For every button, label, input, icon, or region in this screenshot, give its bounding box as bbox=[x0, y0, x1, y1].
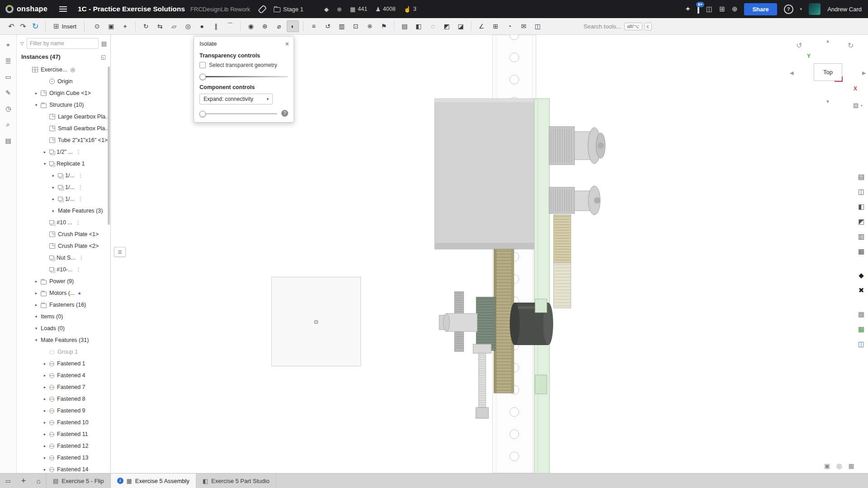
chevron-icon[interactable] bbox=[32, 314, 41, 319]
hex-shaft[interactable] bbox=[439, 313, 477, 332]
planar-icon[interactable]: ▱ bbox=[168, 20, 180, 32]
section-panel-icon[interactable]: ◧ bbox=[858, 202, 864, 212]
insert-button[interactable]: ⊞ Insert bbox=[49, 21, 81, 32]
filter-input[interactable] bbox=[27, 38, 99, 49]
tree-item[interactable]: 1/... bbox=[17, 193, 110, 205]
chevron-icon[interactable] bbox=[40, 444, 49, 448]
tree-item[interactable]: Loads (0) bbox=[17, 322, 110, 334]
mass-properties-icon[interactable]: ⊞ bbox=[489, 20, 502, 32]
app-panel-columns-icon[interactable]: ◫ bbox=[858, 339, 864, 349]
chevron-icon[interactable] bbox=[49, 197, 58, 201]
tree-item[interactable]: Items (0) bbox=[17, 311, 110, 322]
upper-shaft-gear[interactable] bbox=[549, 127, 605, 165]
isolate-dialog[interactable]: Isolate × Transparency controls Select t… bbox=[194, 36, 294, 123]
link-icon[interactable] bbox=[258, 5, 267, 14]
tree-item[interactable]: Fastened 8 bbox=[17, 393, 110, 405]
item-trailing-icon[interactable] bbox=[79, 255, 84, 261]
add-tab-button[interactable]: + bbox=[16, 474, 31, 488]
history-icon[interactable]: ◷ bbox=[5, 105, 11, 112]
separator[interactable] bbox=[471, 21, 471, 31]
view-up-arrow[interactable]: ▲ bbox=[825, 38, 830, 43]
tree-popout-button[interactable]: ☰ bbox=[114, 247, 126, 257]
measure-icon[interactable]: ∠ bbox=[475, 20, 488, 32]
orbit-mode-icon[interactable]: ◎ bbox=[836, 462, 842, 469]
item-trailing-icon[interactable] bbox=[76, 267, 81, 272]
tree-item[interactable]: 1/2" ... bbox=[17, 146, 110, 158]
hide-others-icon[interactable]: ◌ bbox=[427, 20, 439, 32]
app-panel-dark-2-icon[interactable]: ✖ bbox=[859, 285, 864, 295]
circular-pattern-icon[interactable]: ↺ bbox=[322, 20, 334, 32]
section-view-icon[interactable]: ◧ bbox=[413, 20, 425, 32]
thumbs-up-icon[interactable]: ☝ 3 bbox=[403, 6, 416, 13]
transparency-slider[interactable] bbox=[199, 73, 288, 80]
gearbox-plate-green[interactable] bbox=[534, 99, 550, 473]
tree-item[interactable]: 1/... bbox=[17, 181, 110, 193]
hub-gear[interactable] bbox=[476, 297, 495, 351]
globe-icon[interactable]: ⊕ bbox=[337, 6, 342, 13]
item-trailing-icon[interactable] bbox=[78, 291, 81, 296]
view-left-arrow[interactable]: ◀ bbox=[790, 70, 793, 76]
chevron-icon[interactable] bbox=[32, 279, 41, 284]
search-tools[interactable]: Search tools... alt/⌥c bbox=[583, 23, 652, 30]
tree-scrollbar[interactable] bbox=[108, 66, 110, 225]
comment-tool-icon[interactable]: ✉ bbox=[517, 20, 530, 32]
notes-icon[interactable]: ✎ bbox=[5, 89, 11, 96]
app-panel-image-icon[interactable]: ▩ bbox=[858, 309, 864, 319]
chevron-icon[interactable] bbox=[32, 91, 41, 95]
chevron-icon[interactable] bbox=[32, 291, 41, 295]
chevron-icon[interactable] bbox=[49, 185, 58, 190]
chevron-icon[interactable] bbox=[49, 208, 58, 213]
chevron-icon[interactable] bbox=[40, 385, 49, 389]
item-trailing-icon[interactable] bbox=[78, 173, 83, 178]
help-icon[interactable]: ? bbox=[784, 5, 793, 14]
close-icon[interactable]: × bbox=[285, 40, 289, 47]
onshape-logo[interactable]: onshape bbox=[5, 5, 47, 13]
grid-toggle-icon[interactable]: ▦ bbox=[848, 462, 854, 469]
bolt[interactable] bbox=[473, 344, 491, 418]
tree-item[interactable]: #10-... bbox=[17, 264, 110, 275]
gearbox-block[interactable] bbox=[435, 99, 535, 249]
configurations-icon[interactable]: ◔ bbox=[503, 20, 516, 32]
view-right-arrow[interactable]: ▶ bbox=[862, 70, 866, 76]
properties-icon[interactable]: ▤ bbox=[5, 137, 11, 144]
followers-icon[interactable]: ♟ 4008 bbox=[375, 6, 395, 13]
help-tooltip-icon[interactable]: ? bbox=[281, 110, 288, 117]
tree-item[interactable]: Group 1 bbox=[17, 346, 110, 358]
item-trailing-icon[interactable] bbox=[78, 185, 83, 190]
chevron-icon[interactable] bbox=[40, 420, 49, 425]
share-button[interactable]: Share bbox=[744, 3, 777, 15]
breadcrumb[interactable]: Stage 1 bbox=[274, 6, 304, 13]
display-mode-icon[interactable]: ▭ bbox=[0, 474, 16, 488]
separator[interactable] bbox=[303, 21, 304, 31]
document-tab[interactable]: i ▦ Exercise 5 Assembly bbox=[111, 474, 196, 488]
help-caret-icon[interactable]: ▾ bbox=[800, 7, 802, 11]
tree-item[interactable]: Replicate 1 bbox=[17, 158, 110, 170]
chevron-icon[interactable] bbox=[40, 455, 49, 460]
notifications[interactable]: 9+ bbox=[697, 5, 699, 13]
tree-item[interactable]: Nut S... bbox=[17, 252, 110, 264]
named-views-icon[interactable]: ▥ bbox=[858, 232, 864, 242]
tree-item[interactable]: Origin Cube <1> bbox=[17, 87, 110, 99]
exploded-view-icon[interactable]: ※ bbox=[364, 20, 376, 32]
view-cube-face[interactable]: Top bbox=[814, 63, 842, 81]
select-tool-icon[interactable]: ⌖ bbox=[6, 41, 10, 49]
tree-item[interactable]: Fastened 4 bbox=[17, 370, 110, 381]
item-trailing-icon[interactable] bbox=[76, 220, 81, 225]
revolute-icon[interactable]: ↻ bbox=[140, 20, 152, 32]
instances-list-icon[interactable]: ☰ bbox=[5, 57, 11, 65]
tree-item[interactable]: Power (9) bbox=[17, 275, 110, 287]
tree-item[interactable]: Fastened 13 bbox=[17, 452, 110, 464]
hamburger-menu-icon[interactable] bbox=[59, 9, 67, 9]
tree-item[interactable]: Mate Features (31) bbox=[17, 334, 110, 346]
language-globe-icon[interactable]: ⊕ bbox=[732, 5, 738, 13]
separator[interactable] bbox=[240, 21, 241, 31]
tree-item[interactable]: 1/... bbox=[17, 170, 110, 181]
chevron-icon[interactable] bbox=[32, 303, 41, 307]
tree-item[interactable]: Fastened 12 bbox=[17, 440, 110, 452]
snapshot-icon[interactable]: ⊡ bbox=[350, 20, 362, 32]
component-slider-knob[interactable] bbox=[199, 111, 206, 117]
tree-item[interactable]: Crush Plate <2> bbox=[17, 240, 110, 252]
mate-connector-icon[interactable]: ⌖ bbox=[119, 20, 131, 32]
user-avatar[interactable] bbox=[809, 3, 821, 15]
transparent-geometry-row[interactable]: Select transparent geometry bbox=[199, 62, 288, 68]
